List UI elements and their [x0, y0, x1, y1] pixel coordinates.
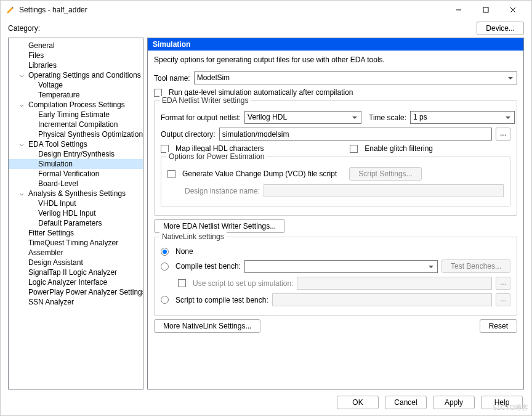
- use-script-label: Use script to set up simulation:: [193, 279, 293, 288]
- panel-header: Simulation: [148, 38, 523, 51]
- glitch-checkbox[interactable]: [350, 145, 358, 153]
- tree-item[interactable]: PowerPlay Power Analyzer Settings: [9, 287, 143, 297]
- format-combo[interactable]: Verilog HDL: [244, 111, 361, 124]
- settings-panel: Simulation Specify options for generatin…: [147, 38, 524, 389]
- tree-item[interactable]: Verilog HDL Input: [9, 208, 143, 218]
- outdir-input[interactable]: [219, 128, 492, 141]
- vcd-label: Generate Value Change Dump (VCD) file sc…: [182, 169, 337, 178]
- radio-compile-testbench[interactable]: [161, 263, 169, 271]
- tree-item[interactable]: Early Timing Estimate: [9, 110, 143, 120]
- script-settings-button[interactable]: Script Settings...: [349, 167, 421, 181]
- use-script-browse-button: ...: [496, 277, 510, 290]
- run-gate-checkbox[interactable]: [154, 89, 162, 97]
- tool-name-combo[interactable]: ModelSim: [194, 71, 517, 84]
- category-tree[interactable]: GeneralFilesLibrariesOperating Settings …: [8, 38, 143, 389]
- timescale-label: Time scale:: [369, 113, 406, 122]
- watermark: 51CTO博客: [493, 403, 528, 412]
- apply-button[interactable]: Apply: [433, 396, 475, 409]
- netlist-group-title: EDA Netlist Writer settings: [159, 96, 251, 105]
- tree-item[interactable]: Analysis & Synthesis Settings: [9, 189, 143, 198]
- timescale-combo[interactable]: 1 ps: [410, 111, 515, 124]
- script-compile-input: [272, 293, 492, 306]
- format-label: Format for output netlist:: [161, 113, 241, 122]
- design-instance-label: Design instance name:: [185, 187, 260, 195]
- panel-body: Specify options for generating output fi…: [148, 51, 523, 389]
- more-netlist-button[interactable]: More EDA Netlist Writer Settings...: [154, 219, 285, 233]
- vcd-checkbox[interactable]: [167, 170, 175, 178]
- tree-item[interactable]: TimeQuest Timing Analyzer: [9, 238, 143, 248]
- run-gate-label: Run gate-level simulation automatically …: [169, 88, 353, 97]
- dialog-footer: OK Cancel Apply Help: [1, 389, 531, 415]
- reset-button[interactable]: Reset: [480, 319, 517, 333]
- use-script-checkbox: [178, 279, 186, 287]
- radio-none[interactable]: [161, 248, 169, 256]
- radio-script-compile[interactable]: [161, 296, 169, 304]
- tree-item[interactable]: Simulation: [9, 159, 143, 169]
- netlist-writer-group: EDA Netlist Writer settings Format for o…: [154, 100, 517, 216]
- test-benches-button[interactable]: Test Benches...: [441, 259, 510, 273]
- power-estimation-group: Options for Power Estimation Generate Va…: [161, 157, 510, 206]
- radio-compile-label: Compile test bench:: [175, 262, 241, 271]
- tree-item[interactable]: General: [9, 41, 143, 51]
- radio-none-label: None: [175, 247, 193, 256]
- tree-item[interactable]: Logic Analyzer Interface: [9, 277, 143, 287]
- script-compile-browse-button: ...: [496, 293, 510, 306]
- more-nativelink-button[interactable]: More NativeLink Settings...: [154, 319, 260, 333]
- panel-description: Specify options for generating output fi…: [154, 55, 517, 64]
- tree-item[interactable]: Voltage: [9, 80, 143, 90]
- tree-item[interactable]: SignalTap II Logic Analyzer: [9, 267, 143, 277]
- outdir-label: Output directory:: [161, 130, 216, 139]
- power-group-title: Options for Power Estimation: [166, 152, 267, 161]
- tree-item[interactable]: Default Parameters: [9, 218, 143, 228]
- nativelink-group-title: NativeLink settings: [159, 232, 227, 241]
- tree-item[interactable]: Board-Level: [9, 179, 143, 189]
- tree-item[interactable]: Fitter Settings: [9, 228, 143, 238]
- outdir-browse-button[interactable]: ...: [496, 128, 510, 141]
- close-button[interactable]: [499, 1, 526, 18]
- tree-item[interactable]: EDA Tool Settings: [9, 139, 143, 149]
- tree-item[interactable]: Operating Settings and Conditions: [9, 70, 143, 80]
- ok-button[interactable]: OK: [337, 396, 379, 409]
- design-instance-input: [264, 184, 504, 197]
- tree-item[interactable]: Design Entry/Synthesis: [9, 149, 143, 159]
- testbench-combo[interactable]: [244, 260, 438, 273]
- radio-script-label: Script to compile test bench:: [175, 296, 268, 304]
- svg-rect-1: [483, 7, 488, 12]
- tree-item[interactable]: Formal Verification: [9, 169, 143, 179]
- category-label: Category:: [8, 24, 40, 33]
- map-illegal-label: Map illegal HDL characters: [175, 144, 264, 153]
- glitch-label: Enable glitch filtering: [365, 144, 433, 153]
- main-area: GeneralFilesLibrariesOperating Settings …: [1, 38, 531, 389]
- nativelink-group: NativeLink settings None Compile test be…: [154, 237, 517, 316]
- tree-item[interactable]: Assembler: [9, 248, 143, 258]
- tree-item[interactable]: Libraries: [9, 60, 143, 70]
- tree-item[interactable]: VHDL Input: [9, 198, 143, 208]
- device-button[interactable]: Device...: [477, 22, 524, 35]
- window-title: Settings - half_adder: [19, 6, 445, 14]
- tree-item[interactable]: Physical Synthesis Optimizations: [9, 129, 143, 139]
- cancel-button[interactable]: Cancel: [385, 396, 427, 409]
- titlebar: Settings - half_adder: [1, 1, 531, 19]
- tree-item[interactable]: Compilation Process Settings: [9, 100, 143, 110]
- top-row: Category: Device...: [1, 19, 531, 38]
- tool-name-label: Tool name:: [154, 74, 190, 83]
- tree-item[interactable]: Files: [9, 51, 143, 60]
- map-illegal-checkbox[interactable]: [161, 145, 169, 153]
- tree-item[interactable]: Temperature: [9, 90, 143, 100]
- app-icon: [6, 5, 15, 15]
- use-script-input: [297, 277, 492, 290]
- tree-item[interactable]: Incremental Compilation: [9, 120, 143, 129]
- maximize-button[interactable]: [472, 1, 499, 18]
- minimize-button[interactable]: [445, 1, 472, 18]
- settings-window: Settings - half_adder Category: Device..…: [0, 0, 532, 416]
- tree-item[interactable]: SSN Analyzer: [9, 297, 143, 307]
- tree-item[interactable]: Design Assistant: [9, 258, 143, 267]
